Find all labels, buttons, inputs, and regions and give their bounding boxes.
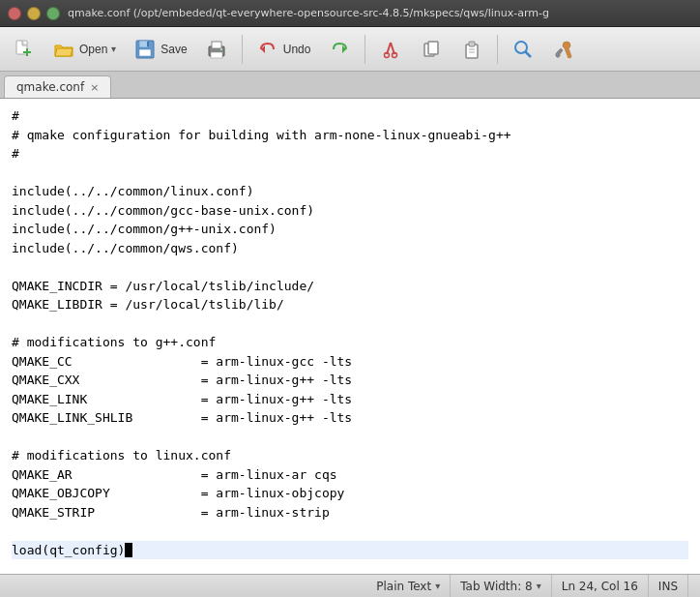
paste-button[interactable] <box>452 34 491 65</box>
tab-width-label: Tab Width: 8 <box>460 580 532 593</box>
file-type-dropdown[interactable]: ▾ <box>435 581 440 591</box>
svg-point-17 <box>393 52 397 57</box>
svg-rect-7 <box>147 42 149 46</box>
print-button[interactable] <box>197 34 236 65</box>
svg-point-16 <box>385 52 390 57</box>
new-file-icon <box>12 38 35 61</box>
redo-button[interactable] <box>320 34 359 65</box>
status-bar: Plain Text ▾ Tab Width: 8 ▾ Ln 24, Col 1… <box>0 574 700 597</box>
open-folder-icon <box>52 38 75 61</box>
separator-1 <box>242 35 243 64</box>
svg-rect-9 <box>212 42 221 48</box>
print-icon <box>205 38 228 61</box>
cursor-position-status: Ln 24, Col 16 <box>552 575 649 597</box>
paste-icon <box>460 38 483 61</box>
svg-line-25 <box>525 51 531 57</box>
tabs-bar: qmake.conf × <box>0 72 700 99</box>
separator-3 <box>497 35 498 64</box>
svg-rect-5 <box>139 41 148 47</box>
find-button[interactable] <box>504 34 542 65</box>
title-bar: qmake.conf (/opt/embeded/qt-everywhere-o… <box>0 0 700 27</box>
search-icon <box>511 38 535 61</box>
undo-icon <box>256 38 279 61</box>
svg-rect-10 <box>211 52 222 58</box>
separator-2 <box>365 35 365 64</box>
window-controls[interactable] <box>8 7 60 20</box>
cut-button[interactable] <box>371 34 410 65</box>
copy-icon <box>420 38 443 61</box>
editor-area[interactable]: ## qmake configuration for building with… <box>0 99 700 574</box>
file-type-status[interactable]: Plain Text ▾ <box>366 575 451 597</box>
minimize-button[interactable] <box>27 7 41 20</box>
svg-point-11 <box>220 48 222 50</box>
svg-rect-21 <box>469 42 475 46</box>
svg-rect-19 <box>428 42 438 54</box>
tab-width-status[interactable]: Tab Width: 8 ▾ <box>451 575 552 597</box>
cursor-position-label: Ln 24, Col 16 <box>562 580 638 593</box>
svg-rect-6 <box>139 49 151 56</box>
insert-mode-status: INS <box>649 575 688 597</box>
tools-button[interactable] <box>544 34 583 65</box>
toolbar: Open ▾ Save <box>0 27 700 72</box>
insert-mode-label: INS <box>658 580 678 593</box>
undo-label: Undo <box>283 43 311 56</box>
file-tab[interactable]: qmake.conf × <box>4 75 111 98</box>
open-label: Open <box>79 43 107 56</box>
save-icon <box>133 38 157 61</box>
open-dropdown-arrow[interactable]: ▾ <box>111 44 116 54</box>
copy-button[interactable] <box>412 34 451 65</box>
undo-button[interactable]: Undo <box>248 34 319 65</box>
cut-icon <box>379 38 402 61</box>
redo-icon <box>328 38 351 61</box>
tools-icon <box>552 38 575 61</box>
window-title: qmake.conf (/opt/embeded/qt-everywhere-o… <box>68 7 549 19</box>
maximize-button[interactable] <box>46 7 60 20</box>
new-button[interactable] <box>4 34 43 65</box>
tab-width-dropdown[interactable]: ▾ <box>537 581 541 591</box>
save-label: Save <box>160 43 187 56</box>
file-type-label: Plain Text <box>376 580 431 593</box>
tab-filename: qmake.conf <box>16 80 84 94</box>
save-button[interactable]: Save <box>126 34 194 65</box>
open-button[interactable]: Open ▾ <box>44 34 124 65</box>
close-button[interactable] <box>8 7 21 20</box>
tab-close-button[interactable]: × <box>90 81 99 94</box>
